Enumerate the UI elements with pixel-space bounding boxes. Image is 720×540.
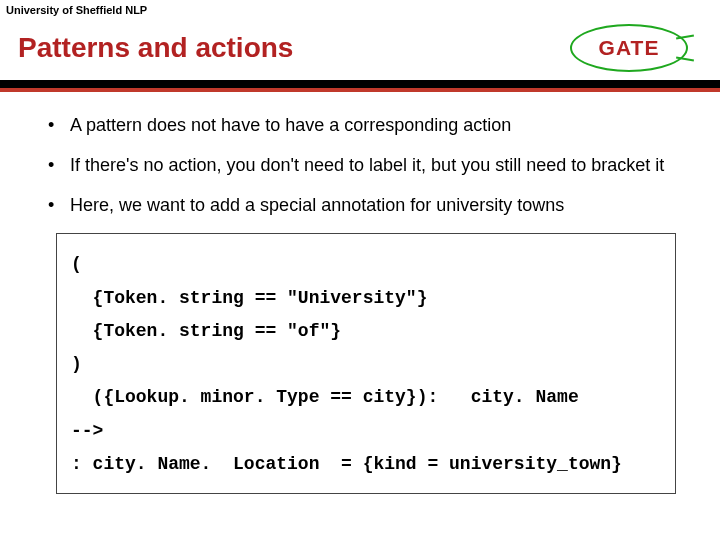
slide-title: Patterns and actions <box>18 32 293 64</box>
slide-content: A pattern does not have to have a corres… <box>0 92 720 494</box>
title-row: Patterns and actions GATE <box>0 18 720 80</box>
code-block: ( {Token. string == "University"} {Token… <box>56 233 676 494</box>
slide-source: University of Sheffield NLP <box>0 0 720 18</box>
logo-oval-icon: GATE <box>570 24 688 72</box>
list-item: A pattern does not have to have a corres… <box>44 114 696 138</box>
divider-black <box>0 80 720 88</box>
logo-text: GATE <box>599 36 660 60</box>
gate-logo: GATE <box>570 24 688 72</box>
list-item: Here, we want to add a special annotatio… <box>44 194 696 218</box>
bullet-list: A pattern does not have to have a corres… <box>44 114 696 217</box>
list-item: If there's no action, you don't need to … <box>44 154 696 178</box>
